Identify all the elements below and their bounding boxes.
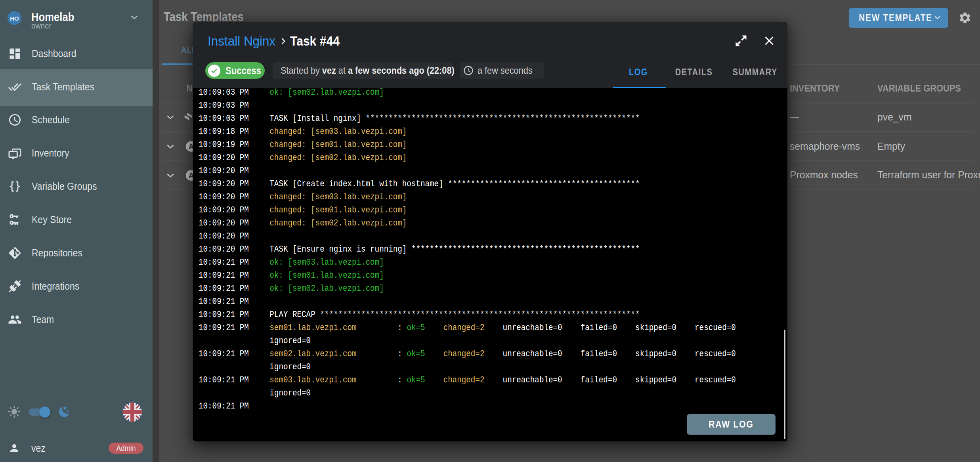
svg-text:HO: HO [10, 15, 19, 22]
